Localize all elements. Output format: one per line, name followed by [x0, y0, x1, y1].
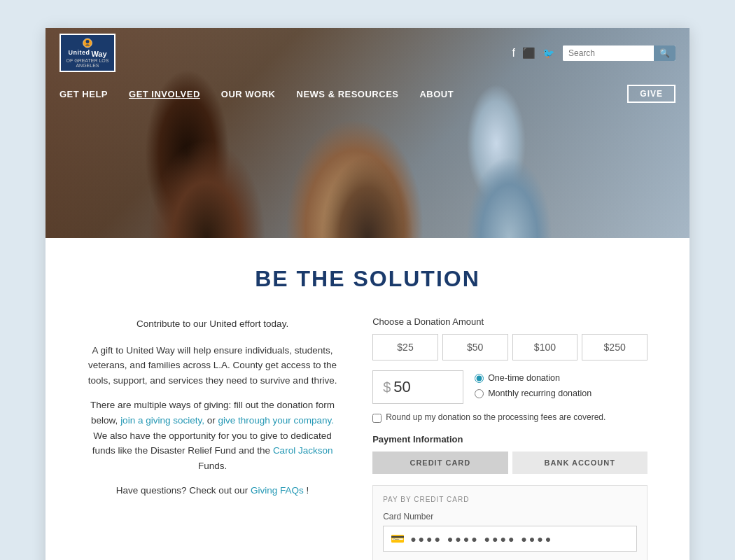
payment-tabs: CREDIT CARD BANK ACCOUNT [372, 451, 648, 474]
give-button[interactable]: GIVE [627, 85, 676, 103]
monthly-text: Monthly recurring donation [488, 388, 592, 398]
nav-get-help[interactable]: GET HELP [59, 89, 108, 99]
choose-amount-label: Choose a Donation Amount [372, 316, 648, 327]
round-up-text: Round up my donation so the processing f… [386, 412, 606, 422]
nav-news-resources[interactable]: NEWS & RESOURCES [297, 89, 399, 99]
faq-link[interactable]: Giving FAQs [251, 485, 304, 496]
logo-united: United [68, 50, 90, 58]
search-input[interactable] [563, 46, 654, 61]
social-icons: f ⬛ 🐦 [512, 47, 554, 59]
monthly-label[interactable]: Monthly recurring donation [475, 388, 592, 398]
round-up-row: Round up my donation so the processing f… [372, 412, 648, 423]
join-giving-link[interactable]: join a giving society, [120, 415, 204, 426]
search-button[interactable]: 🔍 [654, 46, 676, 61]
card-number-label: Card Number [383, 512, 637, 522]
amount-50[interactable]: $50 [442, 334, 508, 360]
page-title: BE THE SOLUTION [88, 266, 648, 292]
nav-our-work[interactable]: OUR WORK [221, 89, 276, 99]
amount-buttons: $25 $50 $100 $250 [372, 334, 648, 360]
page-wrapper: United Way OF GREATER LOS ANGELES f ⬛ 🐦 … [46, 28, 690, 560]
logo-area: United Way OF GREATER LOS ANGELES [59, 34, 115, 72]
give-through-company-link[interactable]: give through your company. [218, 415, 334, 426]
card-number-dots: ●●●● ●●●● ●●●● ●●●● [410, 533, 553, 545]
intro-text: Contribute to our United effort today. [88, 316, 337, 332]
faq-pre: Have questions? Check out our [116, 485, 248, 496]
top-bar: United Way OF GREATER LOS ANGELES f ⬛ 🐦 … [46, 28, 690, 78]
pay-by-label: PAY BY CREDIT CARD [383, 496, 637, 503]
nav-get-involved[interactable]: GET INVOLVED [129, 89, 200, 99]
dollar-sign: $ [383, 379, 391, 396]
search-bar: 🔍 [563, 46, 676, 61]
giving-mid: or [204, 415, 216, 426]
round-up-checkbox[interactable] [372, 414, 382, 423]
one-time-label[interactable]: One-time donation [475, 373, 592, 383]
body-text-1: A gift to United Way will help ensure in… [88, 343, 337, 388]
nav-about[interactable]: ABOUT [419, 89, 454, 99]
bank-account-tab[interactable]: BANK ACCOUNT [512, 451, 648, 474]
donation-input-box: $ 50 [372, 370, 463, 404]
main-content: BE THE SOLUTION Contribute to our United… [46, 238, 690, 560]
logo[interactable]: United Way OF GREATER LOS ANGELES [59, 34, 115, 72]
credit-card-section: PAY BY CREDIT CARD Card Number 💳 ●●●● ●●… [372, 485, 648, 560]
donation-form: Choose a Donation Amount $25 $50 $100 $2… [372, 316, 648, 560]
logo-way: Way [91, 50, 106, 58]
logo-subtitle: OF GREATER LOS ANGELES [64, 58, 111, 68]
faq-text: Have questions? Check out our Giving FAQ… [88, 483, 337, 498]
donation-type: One-time donation Monthly recurring dona… [475, 370, 592, 398]
donation-amount: 50 [393, 378, 410, 396]
credit-card-tab[interactable]: CREDIT CARD [372, 451, 507, 474]
twitter-icon[interactable]: 🐦 [542, 48, 554, 59]
amount-25[interactable]: $25 [372, 334, 438, 360]
content-grid: Contribute to our United effort today. A… [88, 316, 648, 560]
logo-icon [79, 38, 96, 48]
facebook-icon[interactable]: f [512, 47, 515, 59]
payment-info-label: Payment Information [372, 434, 648, 444]
nav-bar: GET HELP GET INVOLVED OUR WORK NEWS & RE… [46, 78, 690, 110]
one-time-text: One-time donation [488, 373, 560, 383]
left-column: Contribute to our United effort today. A… [88, 316, 337, 498]
donation-input-row: $ 50 One-time donation Monthly recurring… [372, 370, 648, 404]
svg-point-1 [86, 40, 90, 43]
carol-jackson-link[interactable]: Carol Jackson [273, 445, 333, 456]
card-number-field[interactable]: 💳 ●●●● ●●●● ●●●● ●●●● [383, 526, 637, 552]
one-time-radio[interactable] [475, 374, 484, 383]
hero-section: United Way OF GREATER LOS ANGELES f ⬛ 🐦 … [46, 28, 690, 238]
monthly-radio[interactable] [475, 389, 484, 398]
amount-250[interactable]: $250 [582, 334, 648, 360]
card-chip-icon: 💳 [391, 532, 405, 545]
nav-give-area: GIVE [627, 85, 676, 103]
top-right: f ⬛ 🐦 🔍 [512, 46, 676, 61]
faq-post: ! [307, 485, 309, 496]
instagram-icon[interactable]: ⬛ [522, 47, 536, 59]
giving-end: Funds. [198, 461, 227, 471]
amount-100[interactable]: $100 [512, 334, 578, 360]
giving-text: There are multiple ways of giving: fill … [88, 398, 337, 473]
